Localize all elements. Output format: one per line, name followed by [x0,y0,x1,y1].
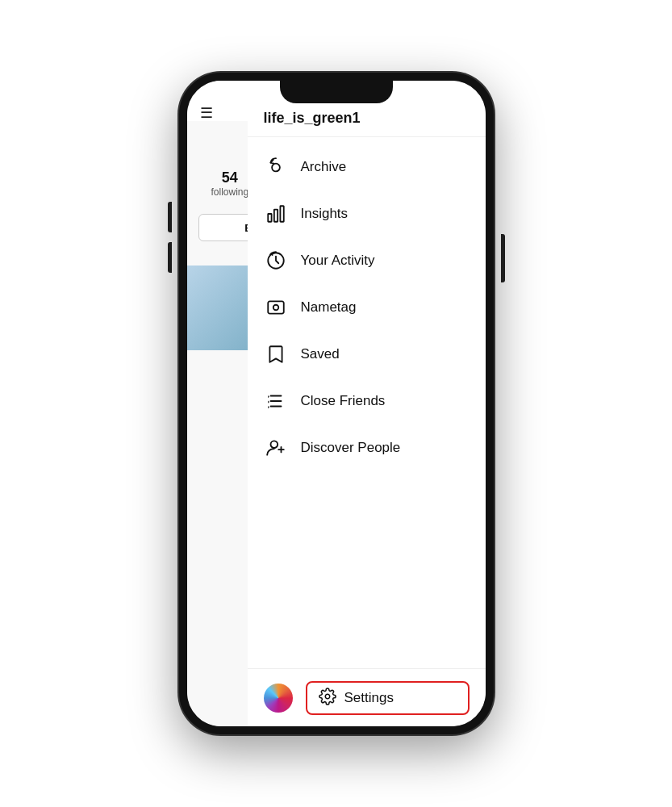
drawer-username: life_is_green1 [264,110,361,127]
settings-button[interactable]: Settings [306,681,470,715]
discover-people-label: Discover People [301,440,401,456]
volume-down-button [168,242,172,273]
saved-icon [264,342,288,366]
insights-label: Insights [301,206,349,222]
footer-avatar[interactable] [264,684,293,713]
drawer-menu-list: Archive Insights [248,137,486,668]
svg-marker-11 [268,406,269,408]
insights-icon [264,202,288,226]
volume-up-button [168,202,172,232]
svg-point-5 [273,305,278,311]
menu-item-insights[interactable]: Insights [248,190,486,237]
close-friends-icon [264,389,288,413]
following-stat: 54 following [211,169,249,198]
menu-item-archive[interactable]: Archive [248,144,486,190]
svg-rect-4 [268,301,284,313]
screen: ☰ 54 following Edit Profile Contact [187,81,486,726]
svg-marker-10 [268,400,269,403]
menu-item-discover-people[interactable]: Discover People [248,424,486,471]
phone-device: ☰ 54 following Edit Profile Contact [179,73,494,734]
settings-label: Settings [344,690,394,706]
close-friends-label: Close Friends [301,393,386,409]
notch [280,81,393,103]
power-button [501,234,505,282]
discover-people-icon [264,436,288,460]
your-activity-label: Your Activity [301,253,375,269]
svg-point-12 [270,441,278,448]
following-count: 54 [211,169,249,186]
gear-icon [319,688,336,709]
saved-label: Saved [301,346,340,362]
activity-icon [264,249,288,273]
hamburger-icon[interactable]: ☰ [200,104,213,122]
svg-rect-1 [273,210,277,222]
menu-item-close-friends[interactable]: Close Friends [248,378,486,424]
nametag-icon [264,295,288,320]
following-label: following [211,186,249,198]
svg-rect-2 [280,206,283,222]
archive-label: Archive [301,159,347,175]
archive-icon [264,155,288,179]
menu-item-nametag[interactable]: Nametag [248,284,486,331]
nametag-label: Nametag [301,299,357,316]
phone-frame: ☰ 54 following Edit Profile Contact [179,73,494,734]
menu-item-saved[interactable]: Saved [248,331,486,378]
svg-marker-9 [268,395,269,398]
menu-item-your-activity[interactable]: Your Activity [248,237,486,284]
drawer-footer: Settings [248,668,486,726]
svg-rect-0 [268,214,271,222]
slide-out-drawer: life_is_green1 Archive [248,81,486,726]
svg-point-15 [325,694,330,699]
